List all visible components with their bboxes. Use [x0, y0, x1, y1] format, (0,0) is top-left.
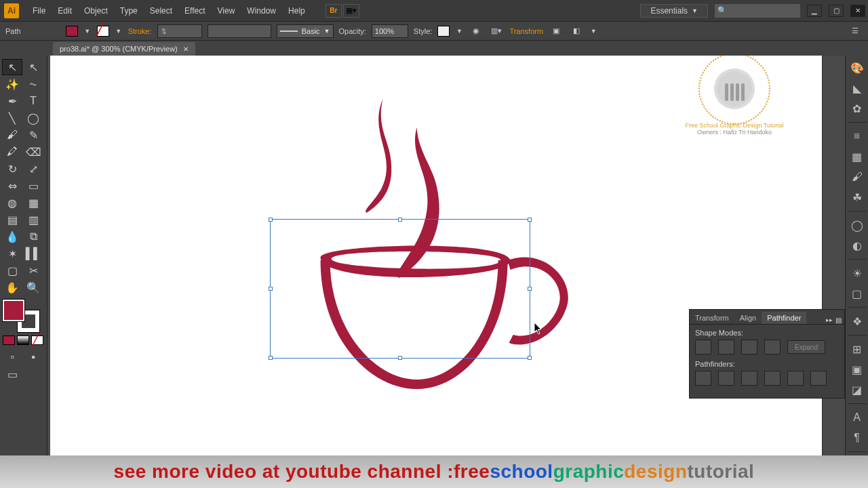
window-minimize[interactable]: ▁ [807, 5, 822, 17]
trim-button[interactable] [718, 371, 734, 386]
align-panel-button[interactable]: ⊞ [849, 341, 865, 357]
document-tab[interactable]: pro38.ai* @ 300% (CMYK/Preview) ✕ [53, 42, 195, 56]
menu-help[interactable]: Help [283, 3, 311, 18]
menu-window[interactable]: Window [241, 3, 281, 18]
sel-handle-tl[interactable] [269, 218, 273, 222]
expand-button[interactable]: Expand [787, 340, 825, 354]
perspective-tool[interactable]: ▦ [24, 195, 43, 210]
outline-button[interactable] [787, 371, 804, 386]
appearance-panel-button[interactable]: ☀ [849, 265, 865, 281]
sel-handle-mr[interactable] [528, 287, 532, 291]
artboard[interactable]: Free School Graphic Design Tutorial Owne… [50, 56, 822, 488]
gradient-mode-btn[interactable] [17, 336, 29, 345]
eyedropper-tool[interactable]: 💧 [3, 229, 22, 244]
stroke-swatch[interactable]: ╱ [97, 26, 109, 37]
color-mode-btn[interactable] [3, 336, 15, 345]
symbol-sprayer-tool[interactable]: ✶ [3, 246, 22, 261]
vertical-scrollbar[interactable] [822, 56, 831, 488]
color-guide-button[interactable]: ◣ [849, 80, 865, 96]
graphic-styles-panel-button[interactable]: ▢ [849, 285, 865, 302]
blob-brush-tool[interactable]: 🖍 [3, 144, 22, 159]
screen-mode-normal[interactable]: ▫ [3, 350, 22, 365]
sel-handle-bc[interactable] [398, 356, 402, 360]
none-mode-btn[interactable]: ╱ [31, 336, 43, 345]
paragraph-panel-button[interactable]: ¶ [849, 430, 865, 446]
control-menu-button[interactable]: ☰ [848, 24, 863, 38]
pen-tool[interactable]: ✒ [3, 94, 22, 108]
stroke-panel-button[interactable]: ≡ [849, 128, 865, 144]
opacity-input[interactable]: 100% [372, 24, 408, 38]
shape-tool[interactable]: ◯ [24, 110, 43, 125]
window-maximize[interactable]: ▢ [829, 5, 844, 17]
blend-tool[interactable]: ⧉ [24, 229, 43, 244]
tab-pathfinder[interactable]: Pathfinder [762, 312, 806, 324]
width-tool[interactable]: ⇔ [3, 178, 22, 193]
menu-object[interactable]: Object [79, 3, 113, 18]
style-dropdown[interactable]: ▼ [455, 28, 463, 35]
pathfinder-panel[interactable]: Transform Align Pathfinder ▸▸ ▤ Shape Mo… [689, 309, 845, 399]
zoom-tool[interactable]: 🔍 [24, 280, 43, 295]
color-panel-button[interactable]: 🎨 [849, 60, 865, 76]
window-close[interactable]: ✕ [850, 5, 865, 17]
sel-handle-bl[interactable] [269, 356, 273, 360]
lasso-tool[interactable]: ⏦ [24, 77, 43, 92]
swatches-panel-button[interactable]: ▦ [849, 148, 865, 165]
divide-button[interactable] [695, 371, 711, 386]
eraser-tool[interactable]: ⌫ [24, 144, 43, 159]
transform-panel-button[interactable]: ▣ [849, 361, 865, 378]
layers-panel-button[interactable]: ❖ [849, 313, 865, 329]
shape-builder-tool[interactable]: ◍ [3, 195, 22, 210]
graph-tool[interactable]: ▌▌ [24, 246, 43, 261]
scale-tool[interactable]: ⤢ [24, 161, 43, 176]
pencil-tool[interactable]: ✎ [24, 127, 43, 142]
tab-close-button[interactable]: ✕ [183, 45, 189, 53]
brushes-panel-button[interactable]: 🖌 [849, 169, 865, 185]
panel-menu-icon[interactable]: ▤ [835, 317, 842, 324]
sel-handle-ml[interactable] [269, 287, 273, 291]
exclude-button[interactable] [764, 340, 781, 354]
hand-tool[interactable]: ✋ [3, 280, 22, 295]
character-panel-button[interactable]: A [849, 409, 865, 426]
more-options[interactable]: ▼ [589, 28, 597, 35]
var-width-profile[interactable] [208, 24, 271, 38]
menu-type[interactable]: Type [115, 3, 143, 18]
rotate-tool[interactable]: ↻ [3, 161, 22, 176]
canvas-area[interactable]: Free School Graphic Design Tutorial Owne… [47, 56, 845, 488]
stroke-dropdown[interactable]: ▼ [115, 28, 123, 35]
screen-mode-presentation[interactable]: ▭ [3, 367, 22, 382]
sel-handle-tr[interactable] [528, 218, 532, 222]
minus-back-button[interactable] [810, 371, 827, 386]
symbols-panel-button[interactable]: ☘ [849, 189, 865, 205]
tab-transform[interactable]: Transform [690, 312, 734, 324]
menu-file[interactable]: File [27, 3, 51, 18]
sel-handle-tc[interactable] [398, 218, 402, 222]
line-tool[interactable]: ╲ [3, 110, 22, 125]
minus-front-button[interactable] [718, 340, 734, 354]
isolate-button[interactable]: ▣ [549, 24, 564, 38]
fill-swatch[interactable] [66, 26, 78, 37]
pathfinder-panel-button[interactable]: ◪ [849, 382, 865, 398]
mesh-tool[interactable]: ▤ [3, 212, 22, 227]
menu-effect[interactable]: Effect [179, 3, 210, 18]
workspace-switcher[interactable]: Essentials ▼ [640, 4, 708, 18]
graphic-style-swatch[interactable] [437, 26, 450, 37]
recolor-art-button[interactable]: ◉ [469, 24, 484, 38]
search-input[interactable]: 🔍 [715, 4, 800, 18]
tab-align[interactable]: Align [734, 312, 762, 324]
intersect-button[interactable] [741, 340, 757, 354]
sel-handle-br[interactable] [528, 356, 532, 360]
artboard-tool[interactable]: ▢ [3, 263, 22, 278]
unite-button[interactable] [695, 340, 711, 354]
slice-tool[interactable]: ✂ [24, 263, 43, 278]
stroke-weight-input[interactable]: ⮁ [157, 24, 202, 38]
arrange-docs-button[interactable]: ▦▾ [343, 4, 359, 18]
screen-mode-full[interactable]: ▪ [24, 350, 43, 365]
transform-link[interactable]: Transform [509, 27, 543, 35]
gradient-panel-button[interactable]: ◐ [849, 237, 865, 253]
panel-collapse-icon[interactable]: ▸▸ [826, 317, 833, 324]
magic-wand-tool[interactable]: ✨ [3, 77, 22, 92]
paintbrush-tool[interactable]: 🖌 [3, 127, 22, 142]
fill-indicator[interactable] [3, 300, 24, 321]
align-button[interactable]: ▥▾ [489, 24, 504, 38]
fill-dropdown[interactable]: ▼ [83, 28, 92, 35]
